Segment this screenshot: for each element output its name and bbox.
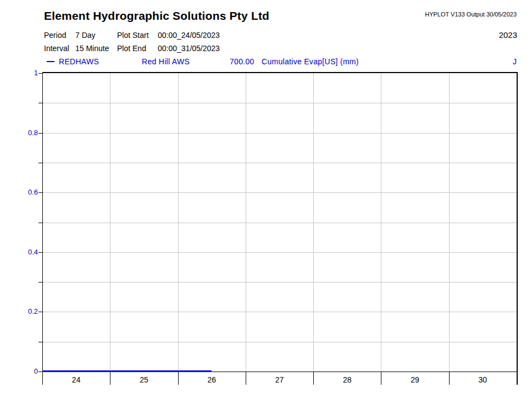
plot-border-top bbox=[42, 72, 518, 73]
x-grid-line bbox=[381, 73, 381, 372]
x-tick-label: 30 bbox=[449, 375, 517, 384]
y-axis-tick bbox=[38, 223, 42, 223]
x-tick-label: 29 bbox=[381, 375, 448, 384]
x-grid-line bbox=[110, 73, 110, 372]
y-grid-line bbox=[42, 133, 517, 134]
y-axis-tick bbox=[38, 133, 42, 134]
y-axis-tick bbox=[38, 73, 42, 74]
y-grid-line bbox=[42, 163, 517, 163]
x-tick-label: 28 bbox=[313, 375, 381, 384]
y-tick-label: 1 bbox=[0, 69, 38, 77]
x-tick-label: 26 bbox=[178, 375, 246, 384]
hyplot-window: Element Hydrographic Solutions Pty Ltd H… bbox=[0, 0, 532, 399]
x-grid-line bbox=[449, 73, 450, 372]
x-grid-line bbox=[246, 73, 246, 372]
y-axis-tick bbox=[38, 163, 42, 163]
y-axis-tick bbox=[38, 252, 42, 253]
y-grid-line bbox=[42, 103, 517, 103]
plot-axis-left bbox=[42, 73, 43, 385]
plot-border-right bbox=[517, 72, 518, 385]
y-grid-line bbox=[42, 192, 517, 193]
x-tick-label: 27 bbox=[246, 375, 313, 384]
y-tick-label: 0 bbox=[0, 367, 38, 375]
y-axis-tick bbox=[38, 372, 42, 372]
y-tick-label: 0.4 bbox=[0, 248, 38, 256]
y-grid-line bbox=[42, 223, 517, 223]
data-line bbox=[42, 370, 212, 372]
y-axis-tick bbox=[38, 192, 42, 193]
y-grid-line bbox=[42, 342, 517, 342]
x-tick-label: 24 bbox=[42, 375, 110, 384]
y-axis-tick bbox=[38, 282, 42, 282]
y-axis-tick bbox=[38, 103, 42, 103]
x-tick-label: 25 bbox=[110, 375, 178, 384]
chart: 00.20.40.60.8124252627282930 bbox=[0, 0, 532, 399]
y-axis-tick bbox=[38, 342, 42, 342]
y-axis-tick bbox=[38, 312, 42, 312]
x-grid-line bbox=[313, 73, 314, 372]
y-grid-line bbox=[42, 252, 517, 253]
y-tick-label: 0.8 bbox=[0, 129, 38, 137]
y-tick-label: 0.6 bbox=[0, 188, 38, 196]
y-grid-line bbox=[42, 282, 517, 282]
y-tick-label: 0.2 bbox=[0, 307, 38, 315]
x-grid-line bbox=[178, 73, 179, 372]
y-grid-line bbox=[42, 312, 517, 312]
